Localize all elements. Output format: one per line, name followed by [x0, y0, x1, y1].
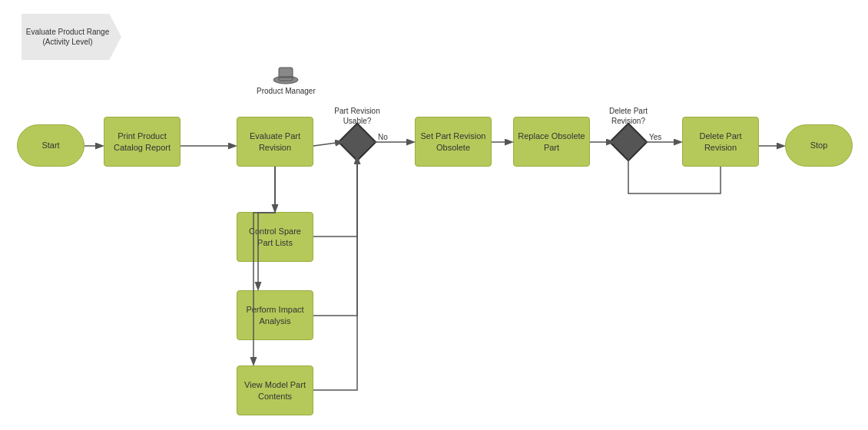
svg-rect-1 [279, 68, 293, 81]
start-node: Start [17, 124, 84, 167]
diagram-container: Evaluate Product Range (Activity Level) … [0, 0, 868, 430]
svg-rect-2 [279, 76, 293, 78]
evaluate-label: Evaluate Product Range (Activity Level) [22, 14, 121, 60]
set-obsolete-task[interactable]: Set Part Revision Obsolete [415, 117, 492, 167]
gateway2-yes-label: Yes [649, 132, 661, 142]
actor-product-manager: Product Manager [257, 63, 316, 96]
view-model-task[interactable]: View Model Part Contents [237, 366, 313, 415]
replace-part-task[interactable]: Replace Obsolete Part [513, 117, 590, 167]
delete-part-task[interactable]: Delete Part Revision [682, 117, 759, 167]
control-spare-task[interactable]: Control Spare Part Lists [237, 212, 313, 262]
perform-impact-task[interactable]: Perform Impact Analysis [237, 290, 313, 340]
gateway1-no-label: No [378, 132, 388, 142]
gateway2-label: Delete Part Revision? [598, 106, 659, 126]
evaluate-part-task[interactable]: Evaluate Part Revision [237, 117, 313, 167]
flow-arrows [0, 0, 868, 430]
print-report-task[interactable]: Print Product Catalog Report [104, 117, 181, 167]
gateway1 [338, 123, 377, 162]
actor-label: Product Manager [257, 86, 316, 96]
stop-node: Stop [785, 124, 853, 167]
gateway2 [609, 123, 648, 162]
gateway1-label: Part Revision Usable? [326, 106, 388, 126]
actor-hat-icon [272, 63, 300, 84]
